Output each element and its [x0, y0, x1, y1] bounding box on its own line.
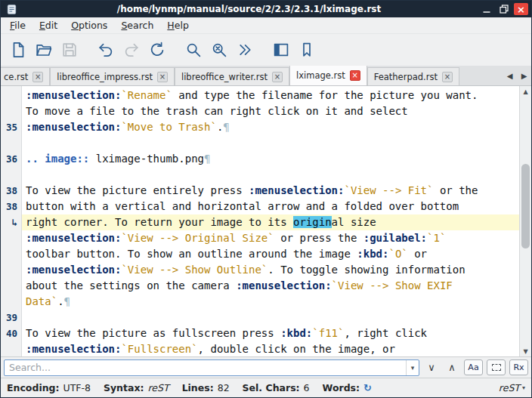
pilcrow-mark: ¶ — [64, 295, 70, 307]
tab-label: libreoffice_impress.rst — [57, 72, 153, 82]
whole-word-button[interactable] — [487, 359, 506, 375]
line-number: 35 — [1, 119, 21, 135]
search-input-container[interactable]: ▾ — [4, 359, 419, 376]
rst-role: :kbd: — [357, 248, 388, 260]
save-file-button[interactable] — [58, 38, 81, 62]
editor-line[interactable]: about the settings on the camera :menuse… — [22, 278, 519, 294]
gutter-cell-empty — [1, 88, 21, 103]
search-button[interactable] — [182, 38, 205, 62]
editor[interactable]: 35363838↳3940 :menuselection:`Rename` an… — [1, 86, 531, 356]
open-file-button[interactable] — [32, 38, 55, 62]
editor-line[interactable]: :menuselection:`Move to Trash`.¶ — [22, 119, 519, 135]
regex-button[interactable]: Rx — [509, 359, 528, 375]
scroll-up-icon[interactable]: ▲ — [520, 86, 531, 97]
find-previous-button[interactable]: ∧ — [444, 359, 460, 376]
scroll-tabs-left-icon[interactable]: ◀ — [505, 72, 515, 80]
text-run: To view the picture entirely press — [26, 184, 249, 196]
menu-edit[interactable]: Edit — [33, 18, 63, 32]
editor-line[interactable]: To view the picture entirely press :menu… — [22, 183, 519, 199]
editor-line[interactable]: :menuselection:`Fullscreen`, double clic… — [22, 341, 519, 356]
titlebar[interactable]: /home/lynmp/manual/source/2/2.3/2.3.1/lx… — [1, 1, 531, 17]
vertical-scrollbar[interactable]: ▲ ▼ — [519, 86, 531, 356]
status-sel-chars: Sel. Chars:6 — [243, 382, 310, 393]
editor-line[interactable]: :menuselection:`View --> Show Outline`. … — [22, 262, 519, 278]
reload-icon — [148, 41, 166, 59]
scrollbar-track[interactable] — [520, 97, 531, 346]
editor-line[interactable]: To move a file to the trash can right cl… — [22, 103, 519, 119]
rst-literal: `f11` — [312, 327, 344, 339]
search-input[interactable] — [5, 360, 406, 375]
text-run: . To toggle showing information — [268, 264, 465, 276]
scrollbar-thumb[interactable] — [521, 164, 530, 248]
menu-search[interactable]: Search — [115, 18, 159, 32]
text-run: or the — [433, 184, 478, 196]
syntax-indicator[interactable]: reST ▾ — [499, 382, 525, 393]
menu-file[interactable]: File — [4, 18, 32, 32]
editor-line[interactable]: Data`.¶ — [22, 294, 519, 310]
tab-close-icon[interactable]: × — [350, 70, 360, 81]
scroll-down-icon[interactable]: ▼ — [520, 346, 531, 356]
menu-help[interactable]: Help — [161, 18, 195, 32]
gutter-cell-empty — [1, 230, 21, 246]
status-encoding: Encoding:UTF-8 — [7, 382, 91, 393]
gutter-cell-empty — [1, 278, 21, 294]
editor-line[interactable]: :menuselection:`View --> Original Size` … — [22, 230, 519, 246]
tab-strip: ce.rst×libreoffice_impress.rst×libreoffi… — [1, 66, 503, 85]
editor-line[interactable]: .. image:: lximage-thumb.png¶ — [22, 151, 519, 167]
editor-line[interactable]: :menuselection:`Rename` and type the fil… — [22, 88, 519, 103]
status-fields: Encoding:UTF-8Syntax:reSTLines:82Sel. Ch… — [7, 382, 372, 393]
gutter-cell-empty — [1, 135, 21, 151]
tab-close-icon[interactable]: × — [442, 72, 453, 82]
rst-literal: `View --> Original Size` — [121, 232, 274, 244]
tab-ce-rst[interactable]: ce.rst× — [1, 67, 50, 85]
editor-line-current[interactable]: right corner. To return your image to it… — [22, 214, 519, 230]
side-pane-button[interactable] — [270, 38, 292, 62]
tab-lximage-rst[interactable]: lximage.rst× — [289, 66, 367, 85]
text-run: al size — [332, 216, 376, 228]
bookmark-button[interactable] — [295, 38, 318, 62]
line-number-gutter: 35363838↳3940 — [1, 86, 22, 356]
menu-options[interactable]: Options — [65, 18, 113, 32]
tab-libreoffice-impress-rst[interactable]: libreoffice_impress.rst× — [50, 67, 175, 85]
window-title: /home/lynmp/manual/source/2/2.3/2.3.1/lx… — [19, 4, 479, 14]
undo-button[interactable] — [94, 38, 117, 62]
editor-line[interactable]: button with a vertical and horizontal ar… — [22, 199, 519, 214]
save-file-icon — [60, 41, 79, 59]
scroll-tabs-right-icon[interactable]: ▶ — [519, 72, 529, 80]
rst-literal: `Rename` — [121, 89, 172, 101]
editor-line[interactable]: toolbar button. To show an outline aroun… — [22, 246, 519, 262]
redo-icon — [122, 41, 141, 59]
tab-close-icon[interactable]: × — [32, 72, 43, 82]
new-document-button[interactable] — [7, 38, 29, 62]
find-replace-button[interactable] — [208, 38, 230, 62]
tab-label: lximage.rst — [296, 70, 345, 81]
editor-line[interactable]: To view the picture as fullscreen press … — [22, 325, 519, 341]
tab-bar: ce.rst×libreoffice_impress.rst×libreoffi… — [1, 66, 531, 86]
find-next-button[interactable]: ∨ — [423, 359, 440, 376]
status-field-value: reST — [148, 382, 169, 393]
pilcrow-mark: ¶ — [204, 153, 210, 165]
editor-line[interactable] — [22, 135, 519, 151]
match-case-button[interactable]: Aa — [464, 359, 483, 375]
undo-icon — [97, 41, 115, 59]
text-area[interactable]: :menuselection:`Rename` and type the fil… — [22, 86, 519, 356]
minimize-button[interactable] — [479, 3, 494, 16]
redo-button[interactable] — [120, 38, 143, 62]
search-history-dropdown-icon[interactable]: ▾ — [406, 360, 419, 375]
rst-role: :guilabel: — [363, 232, 427, 244]
editor-line[interactable] — [22, 167, 519, 183]
tab-scroll-controls: ◀ ▶ — [503, 66, 531, 85]
rst-literal: `O` — [388, 248, 407, 260]
tab-close-icon[interactable]: × — [157, 72, 168, 82]
tab-featherpad-rst[interactable]: Featherpad.rst× — [367, 67, 459, 85]
rst-role: :menuselection: — [26, 232, 121, 244]
tab-close-icon[interactable]: × — [272, 72, 283, 82]
editor-line[interactable] — [22, 310, 519, 325]
reload-button[interactable] — [146, 38, 169, 62]
line-number: 40 — [1, 325, 21, 341]
word-count-refresh-icon[interactable]: ↻ — [363, 382, 372, 393]
jump-to-button[interactable] — [234, 38, 256, 62]
restore-button[interactable] — [496, 3, 512, 16]
close-button[interactable]: × — [514, 3, 528, 15]
tab-libreoffice-writer-rst[interactable]: libreoffice_writer.rst× — [175, 67, 289, 85]
